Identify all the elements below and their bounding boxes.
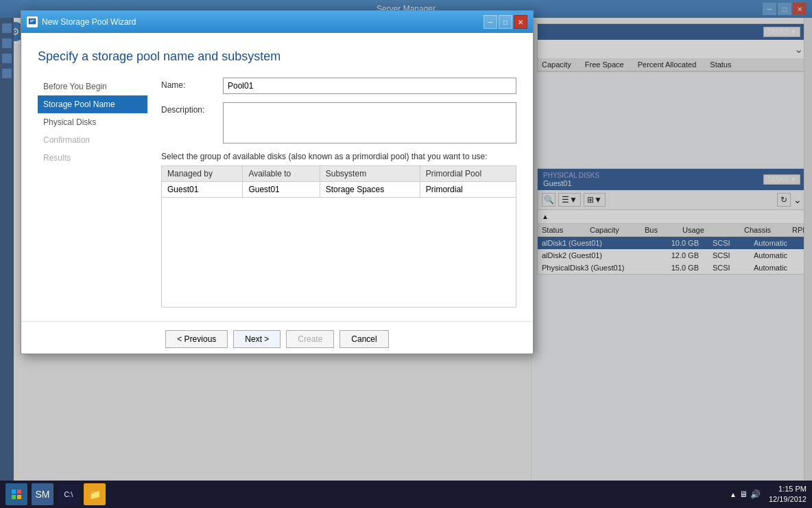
- wizard-navigation: Before You Begin Storage Pool Name Physi…: [38, 78, 147, 308]
- name-label: Name:: [161, 78, 223, 90]
- col-managed-by: Managed by: [162, 166, 243, 182]
- wizard-content: Before You Begin Storage Pool Name Physi…: [38, 78, 516, 308]
- wizard-body: Specify a storage pool name and subsyste…: [21, 33, 533, 319]
- col-available-to: Available to: [243, 166, 320, 182]
- previous-button[interactable]: < Previous: [165, 330, 228, 348]
- taskbar-server-manager[interactable]: SM: [32, 483, 53, 505]
- taskbar-folder[interactable]: 📁: [84, 483, 106, 505]
- svg-rect-4: [17, 489, 21, 494]
- tray-arrow[interactable]: ▲: [730, 491, 737, 498]
- taskbar-left: SM C:\ 📁: [5, 483, 106, 505]
- svg-rect-2: [30, 21, 33, 22]
- cell-managed-by: Guest01: [162, 182, 243, 198]
- wizard-heading: Specify a storage pool name and subsyste…: [38, 49, 516, 64]
- wizard-icon: [27, 16, 38, 27]
- svg-rect-6: [17, 495, 21, 499]
- col-primordial-pool: Primordial Pool: [420, 166, 516, 182]
- clock-time: 1:15 PM: [769, 484, 807, 494]
- taskbar-cmd[interactable]: C:\: [58, 483, 80, 505]
- nav-results: Results: [38, 149, 147, 167]
- wizard-dialog: New Storage Pool Wizard ─ □ ✕ Specify a …: [21, 10, 534, 354]
- taskbar-right: ▲ 🖥 🔊 1:15 PM 12/19/2012: [730, 484, 807, 505]
- name-input[interactable]: [223, 78, 516, 94]
- clock-display[interactable]: 1:15 PM 12/19/2012: [769, 484, 807, 505]
- cancel-button[interactable]: Cancel: [339, 330, 388, 348]
- nav-confirmation: Confirmation: [38, 131, 147, 149]
- cell-available-to: Guest01: [243, 182, 320, 198]
- wizard-window-controls: ─ □ ✕: [483, 15, 527, 29]
- description-row: Description:: [161, 102, 516, 143]
- wizard-minimize[interactable]: ─: [483, 15, 497, 29]
- cell-subsystem: Storage Spaces: [320, 182, 420, 198]
- nav-before-you-begin[interactable]: Before You Begin: [38, 78, 147, 95]
- table-row[interactable]: Guest01 Guest01 Storage Spaces Primordia…: [162, 182, 516, 198]
- create-button: Create: [286, 330, 334, 348]
- wizard-titlebar: New Storage Pool Wizard ─ □ ✕: [21, 11, 533, 33]
- svg-rect-3: [12, 489, 16, 494]
- description-label: Description:: [161, 102, 223, 115]
- wizard-form: Name: Description: Select the group of a…: [161, 78, 516, 308]
- nav-storage-pool-name[interactable]: Storage Pool Name: [38, 95, 147, 113]
- svg-rect-5: [12, 495, 16, 499]
- tray-speaker: 🔊: [750, 489, 761, 499]
- taskbar: SM C:\ 📁 ▲ 🖥 🔊 1:15 PM 12/19/2012: [0, 481, 812, 508]
- primordial-pool-table: Managed by Available to Subsystem Primor…: [161, 165, 516, 198]
- wizard-close[interactable]: ✕: [514, 15, 527, 29]
- svg-rect-1: [30, 20, 34, 21]
- name-row: Name:: [161, 78, 516, 94]
- clock-date: 12/19/2012: [769, 494, 807, 505]
- col-subsystem: Subsystem: [320, 166, 420, 182]
- system-tray: ▲ 🖥 🔊: [730, 489, 761, 499]
- start-button[interactable]: [5, 483, 27, 505]
- nav-physical-disks[interactable]: Physical Disks: [38, 113, 147, 131]
- cell-primordial: Primordial: [420, 182, 516, 198]
- wizard-footer: < Previous Next > Create Cancel: [21, 321, 533, 354]
- wizard-title: New Storage Pool Wizard: [42, 17, 136, 27]
- table-empty-area: [161, 198, 516, 308]
- next-button[interactable]: Next >: [233, 330, 280, 348]
- group-label: Select the group of available disks (als…: [161, 152, 516, 161]
- description-textarea[interactable]: [223, 102, 516, 143]
- wizard-maximize[interactable]: □: [499, 15, 512, 29]
- tray-network: 🖥: [739, 489, 748, 499]
